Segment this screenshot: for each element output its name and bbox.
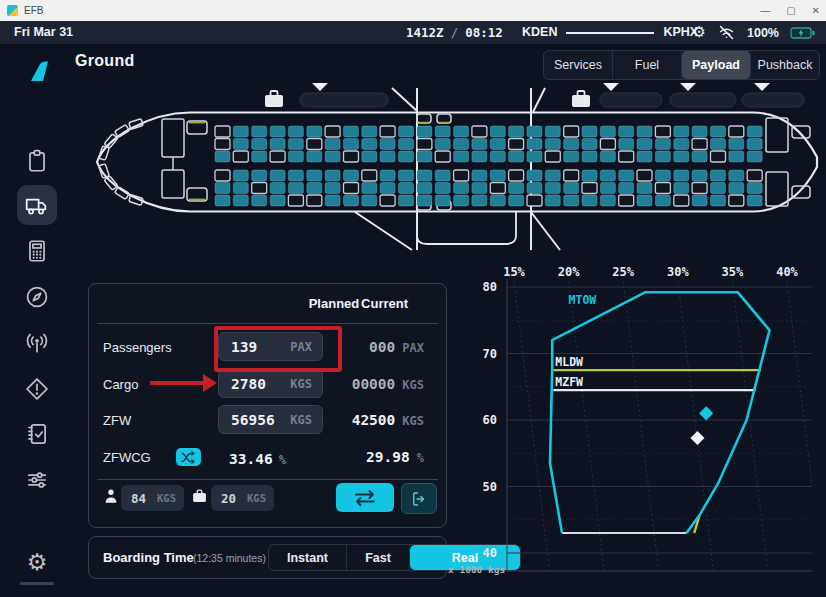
zfwcg-shuffle-button[interactable] (176, 448, 201, 466)
seat[interactable] (747, 170, 762, 181)
seat[interactable] (509, 151, 524, 162)
seat[interactable] (582, 151, 597, 162)
seat[interactable] (527, 170, 542, 181)
transfer-button[interactable] (336, 483, 394, 512)
seat[interactable] (435, 139, 450, 150)
seat[interactable] (600, 170, 615, 181)
seat[interactable] (215, 139, 230, 150)
seat[interactable] (619, 151, 634, 162)
seat[interactable] (325, 151, 340, 162)
seat[interactable] (233, 170, 248, 181)
seat[interactable] (399, 170, 414, 181)
seat[interactable] (527, 151, 542, 162)
seat[interactable] (270, 195, 285, 206)
seat[interactable] (472, 183, 487, 194)
seat[interactable] (435, 183, 450, 194)
seat[interactable] (564, 195, 579, 206)
seat[interactable] (270, 170, 285, 181)
seat[interactable] (454, 151, 469, 162)
sidebar-item-broadcast[interactable] (17, 323, 57, 363)
seat[interactable] (545, 183, 560, 194)
seat[interactable] (435, 195, 450, 206)
seat[interactable] (399, 183, 414, 194)
seat[interactable] (729, 195, 744, 206)
seat[interactable] (729, 151, 744, 162)
cargo-slider-handle[interactable] (312, 83, 770, 91)
seat[interactable] (215, 126, 230, 137)
sidebar-item-settings[interactable]: ⚙ (17, 542, 57, 582)
seat[interactable] (747, 126, 762, 137)
seat[interactable] (747, 139, 762, 150)
seat[interactable] (417, 139, 432, 150)
seat[interactable] (288, 170, 303, 181)
seat[interactable] (344, 139, 359, 150)
settings-gear-icon[interactable]: ⚙ (693, 25, 706, 40)
seat[interactable] (545, 151, 560, 162)
seat[interactable] (564, 170, 579, 181)
seat[interactable] (417, 151, 432, 162)
cargo-planned-input[interactable]: 2780 KGS (218, 369, 323, 398)
seat[interactable] (582, 170, 597, 181)
seat[interactable] (344, 126, 359, 137)
seat[interactable] (692, 170, 707, 181)
seat[interactable] (270, 151, 285, 162)
seat[interactable] (362, 195, 377, 206)
seat[interactable] (325, 139, 340, 150)
seat[interactable] (637, 183, 652, 194)
seat[interactable] (582, 195, 597, 206)
seat[interactable] (729, 183, 744, 194)
seat[interactable] (325, 195, 340, 206)
seat[interactable] (252, 170, 267, 181)
sidebar-item-alerts[interactable] (17, 369, 57, 409)
seat[interactable] (600, 183, 615, 194)
seat[interactable] (545, 195, 560, 206)
seat[interactable] (399, 139, 414, 150)
seat[interactable] (344, 195, 359, 206)
seat[interactable] (380, 195, 395, 206)
seat[interactable] (454, 126, 469, 137)
seat[interactable] (527, 195, 542, 206)
seat[interactable] (454, 139, 469, 150)
zfw-planned-input[interactable]: 56956 KGS (218, 405, 323, 434)
seat[interactable] (674, 183, 689, 194)
seat[interactable] (711, 151, 726, 162)
seat[interactable] (600, 151, 615, 162)
seat[interactable] (490, 139, 505, 150)
seat[interactable] (600, 139, 615, 150)
seat[interactable] (545, 126, 560, 137)
seat[interactable] (729, 126, 744, 137)
boarding-option-fast[interactable]: Fast (347, 545, 410, 570)
seat[interactable] (362, 139, 377, 150)
tab-services[interactable]: Services (544, 51, 613, 79)
seat[interactable] (288, 183, 303, 194)
seat[interactable] (619, 170, 634, 181)
seat[interactable] (600, 195, 615, 206)
seat[interactable] (655, 183, 670, 194)
seat[interactable] (270, 126, 285, 137)
seat-grid[interactable] (215, 126, 762, 206)
seat[interactable] (454, 170, 469, 181)
seat[interactable] (252, 151, 267, 162)
seat[interactable] (619, 139, 634, 150)
seat[interactable] (637, 126, 652, 137)
seat[interactable] (215, 183, 230, 194)
seat[interactable] (729, 170, 744, 181)
pax-weight-input[interactable]: 84KGS (121, 485, 184, 511)
seat[interactable] (252, 195, 267, 206)
seat[interactable] (655, 195, 670, 206)
seat[interactable] (637, 139, 652, 150)
seat[interactable] (564, 151, 579, 162)
seat[interactable] (692, 183, 707, 194)
seat[interactable] (454, 183, 469, 194)
seat[interactable] (582, 126, 597, 137)
seat[interactable] (288, 139, 303, 150)
seat[interactable] (307, 139, 322, 150)
seat[interactable] (233, 139, 248, 150)
seat[interactable] (674, 170, 689, 181)
seat[interactable] (380, 139, 395, 150)
seat[interactable] (637, 151, 652, 162)
seat[interactable] (490, 170, 505, 181)
maximize-button[interactable]: ▢ (786, 5, 795, 16)
seat[interactable] (307, 126, 322, 137)
seat[interactable] (380, 151, 395, 162)
